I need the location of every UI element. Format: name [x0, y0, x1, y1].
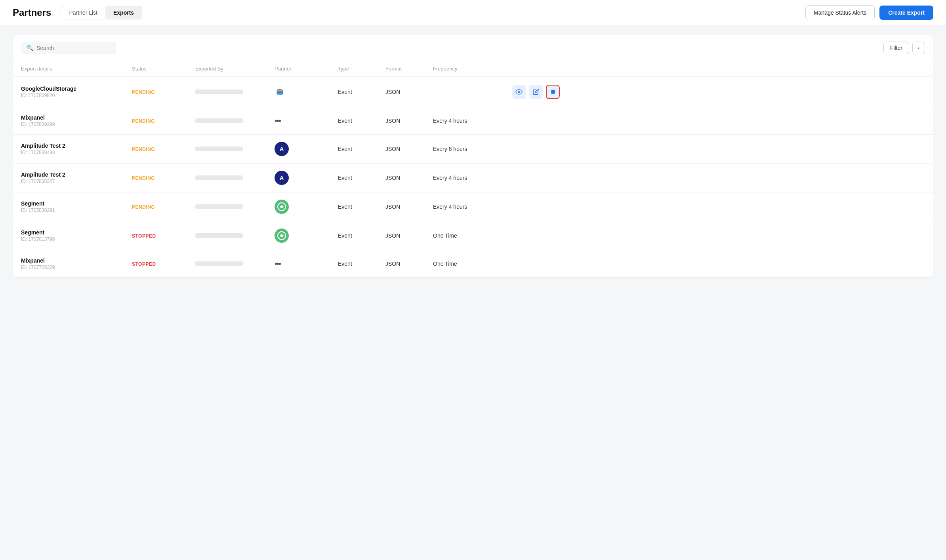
partner-cell: [275, 84, 338, 100]
format-cell: JSON: [385, 232, 433, 239]
export-id: ID: 1707838493: [21, 150, 132, 155]
partner-cell: [275, 229, 338, 243]
status-cell: PENDING: [132, 203, 195, 210]
table-row: Segment ID: 1707836291 PENDING Event JSO…: [13, 192, 933, 221]
col-exported-by: Exported By: [195, 66, 275, 72]
export-name: Segment: [21, 229, 132, 236]
table-row: GoogleCloudStorage ID: 1707839820 PENDIN…: [13, 77, 933, 107]
frequency-cell: One Time: [433, 261, 512, 267]
search-input[interactable]: [36, 45, 111, 51]
mixpanel-dots-icon: •••: [275, 259, 280, 268]
filter-button[interactable]: Filter: [883, 42, 909, 54]
exported-by-cell: [195, 175, 275, 180]
col-export-details: Export details: [21, 66, 132, 72]
exported-by-placeholder: [195, 261, 243, 266]
exported-by-cell: [195, 147, 275, 151]
type-cell: Event: [338, 146, 385, 152]
export-details-cell: Segment ID: 1707813796: [21, 229, 132, 242]
svg-rect-1: [278, 89, 281, 90]
type-cell: Event: [338, 175, 385, 181]
col-status: Status: [132, 66, 195, 72]
svg-point-2: [518, 91, 520, 93]
table-row: Mixpanel ID: 1707839299 PENDING ••• Even…: [13, 107, 933, 135]
status-cell: PENDING: [132, 145, 195, 152]
frequency-cell: One Time: [433, 232, 512, 239]
status-cell: STOPPED: [132, 232, 195, 239]
create-export-button[interactable]: Create Export: [879, 6, 933, 20]
table-row: Segment ID: 1707813796 STOPPED Event JSO…: [13, 221, 933, 250]
exported-by-placeholder: [195, 233, 243, 238]
type-cell: Event: [338, 89, 385, 95]
view-button[interactable]: [512, 85, 526, 99]
format-cell: JSON: [385, 146, 433, 152]
export-id: ID: 1707728329: [21, 265, 132, 270]
export-name: Mixpanel: [21, 257, 132, 264]
type-cell: Event: [338, 232, 385, 239]
export-name: GoogleCloudStorage: [21, 86, 132, 92]
manage-status-alerts-button[interactable]: Manage Status Alerts: [805, 5, 875, 20]
status-badge: PENDING: [132, 147, 155, 152]
format-cell: JSON: [385, 175, 433, 181]
edit-button[interactable]: [529, 85, 543, 99]
export-name: Segment: [21, 200, 132, 207]
type-cell: Event: [338, 261, 385, 267]
status-badge: PENDING: [132, 118, 155, 124]
status-cell: PENDING: [132, 174, 195, 181]
header-right: Manage Status Alerts Create Export: [805, 5, 933, 20]
status-badge: STOPPED: [132, 261, 156, 267]
table-row: Mixpanel ID: 1707728329 STOPPED ••• Even…: [13, 250, 933, 277]
export-id: ID: 1707839299: [21, 122, 132, 127]
exported-by-cell: [195, 204, 275, 209]
type-cell: Event: [338, 204, 385, 210]
format-cell: JSON: [385, 89, 433, 95]
svg-rect-3: [551, 90, 555, 93]
partner-cell: [275, 200, 338, 214]
toolbar: 🔍 Filter ‹: [13, 35, 933, 61]
status-cell: PENDING: [132, 88, 195, 95]
partner-cell: •••: [275, 116, 338, 126]
format-cell: JSON: [385, 204, 433, 210]
export-details-cell: Mixpanel ID: 1707839299: [21, 114, 132, 127]
frequency-cell: Every 8 hours: [433, 146, 512, 152]
collapse-button[interactable]: ‹: [912, 42, 925, 54]
tab-partner-list[interactable]: Partner List: [61, 6, 105, 19]
status-cell: PENDING: [132, 117, 195, 124]
export-name: Amplitude Test 2: [21, 171, 132, 178]
actions-cell: [512, 85, 560, 99]
table-container: Export details Status Exported By Partne…: [13, 61, 933, 277]
status-badge: PENDING: [132, 204, 155, 210]
toolbar-right: Filter ‹: [883, 42, 925, 54]
export-id: ID: 1707836291: [21, 208, 132, 213]
tab-exports[interactable]: Exports: [105, 6, 142, 19]
format-cell: JSON: [385, 118, 433, 124]
exported-by-cell: [195, 90, 275, 94]
export-details-cell: GoogleCloudStorage ID: 1707839820: [21, 86, 132, 98]
table-row: Amplitude Test 2 ID: 1707838327 PENDING …: [13, 164, 933, 192]
frequency-cell: Every 4 hours: [433, 118, 512, 124]
exported-by-cell: [195, 233, 275, 238]
chevron-left-icon: ‹: [918, 45, 920, 51]
export-name: Mixpanel: [21, 114, 132, 121]
status-badge: STOPPED: [132, 233, 156, 239]
exported-by-placeholder: [195, 118, 243, 123]
status-badge: PENDING: [132, 90, 155, 95]
export-details-cell: Mixpanel ID: 1707728329: [21, 257, 132, 270]
export-details-cell: Segment ID: 1707836291: [21, 200, 132, 213]
partner-cell: A: [275, 142, 338, 156]
status-cell: STOPPED: [132, 260, 195, 267]
search-box[interactable]: 🔍: [21, 42, 116, 54]
export-id: ID: 1707838327: [21, 179, 132, 184]
exported-by-placeholder: [195, 90, 243, 94]
partner-cell: •••: [275, 259, 338, 269]
exported-by-placeholder: [195, 147, 243, 151]
table-header: Export details Status Exported By Partne…: [13, 61, 933, 77]
col-partner: Partner: [275, 66, 338, 72]
table-body: GoogleCloudStorage ID: 1707839820 PENDIN…: [13, 77, 933, 277]
export-details-cell: Amplitude Test 2 ID: 1707838493: [21, 143, 132, 155]
col-actions: [512, 66, 560, 72]
col-type: Type: [338, 66, 385, 72]
export-id: ID: 1707839820: [21, 93, 132, 98]
main-content: 🔍 Filter ‹ Export details Status Exporte…: [0, 25, 946, 287]
format-cell: JSON: [385, 261, 433, 267]
stop-button[interactable]: [546, 85, 560, 99]
